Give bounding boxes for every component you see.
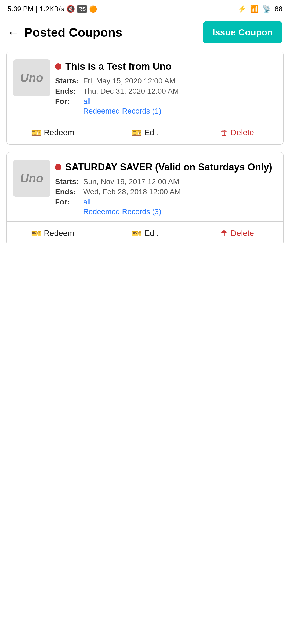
redeemed-records-link[interactable]: Redeemed Records (3) <box>83 207 277 216</box>
redeem-icon: 🎫 <box>31 128 41 137</box>
for-label: For: <box>55 198 79 206</box>
ends-label: Ends: <box>55 188 79 196</box>
coupon-info: Uno SATURDAY SAVER (Valid on Saturdays O… <box>7 152 283 221</box>
page-title: Posted Coupons <box>24 25 122 40</box>
edit-icon: 🎫 <box>132 229 142 238</box>
for-all-link[interactable]: all <box>83 97 277 106</box>
coupon-meta: Starts: Fri, May 15, 2020 12:00 AM Ends:… <box>55 77 277 115</box>
wifi-icon: 📡 <box>262 5 271 13</box>
for-label: For: <box>55 97 79 106</box>
status-left: 5:39 PM | 1.2KB/s 🔇 RS 🟠 <box>8 5 97 13</box>
coupon-info: Uno This is a Test from Uno Starts: Fri,… <box>7 52 283 121</box>
edit-label: Edit <box>144 229 158 238</box>
redeem-label: Redeem <box>44 229 74 238</box>
delete-button[interactable]: 🗑 Delete <box>191 121 283 144</box>
active-status-dot <box>55 164 61 170</box>
coupon-title: SATURDAY SAVER (Valid on Saturdays Only) <box>65 161 272 174</box>
coupon-details: SATURDAY SAVER (Valid on Saturdays Only)… <box>55 160 277 216</box>
active-status-dot <box>55 63 61 70</box>
starts-value: Sun, Nov 19, 2017 12:00 AM <box>83 177 277 186</box>
coupon-details: This is a Test from Uno Starts: Fri, May… <box>55 59 277 115</box>
signal-icon: 📶 <box>250 5 259 13</box>
redeem-icon: 🎫 <box>31 229 41 238</box>
coupon-logo: Uno <box>13 160 50 197</box>
trash-icon: 🗑 <box>220 128 228 137</box>
starts-label: Starts: <box>55 177 79 186</box>
coupon-actions: 🎫 Redeem 🎫 Edit 🗑 Delete <box>7 121 283 144</box>
rs-icon: RS <box>77 5 87 13</box>
edit-button[interactable]: 🎫 Edit <box>99 222 191 245</box>
ends-value: Wed, Feb 28, 2018 12:00 AM <box>83 188 277 196</box>
redeem-label: Redeem <box>44 128 74 137</box>
coupon-logo: Uno <box>13 59 50 96</box>
delete-label: Delete <box>231 229 254 238</box>
battery-icon: 88 <box>275 5 282 13</box>
back-button[interactable]: ← <box>8 27 19 38</box>
ends-label: Ends: <box>55 87 79 96</box>
coupon-title-row: This is a Test from Uno <box>55 60 277 73</box>
edit-label: Edit <box>144 128 158 137</box>
coupon-meta: Starts: Sun, Nov 19, 2017 12:00 AM Ends:… <box>55 177 277 216</box>
coupon-title: This is a Test from Uno <box>65 60 171 73</box>
issue-coupon-button[interactable]: Issue Coupon <box>203 21 282 43</box>
status-right: ⚡ 📶 📡 88 <box>238 5 282 13</box>
for-all-link[interactable]: all <box>83 198 277 206</box>
coupon-actions: 🎫 Redeem 🎫 Edit 🗑 Delete <box>7 221 283 245</box>
coupon-title-row: SATURDAY SAVER (Valid on Saturdays Only) <box>55 161 277 174</box>
trash-icon: 🗑 <box>220 229 228 238</box>
starts-value: Fri, May 15, 2020 12:00 AM <box>83 77 277 85</box>
network-speed-value: 1.2KB/s <box>40 5 64 13</box>
ends-value: Thu, Dec 31, 2020 12:00 AM <box>83 87 277 96</box>
for-values: all Redeemed Records (1) <box>83 97 277 115</box>
page-header: ← Posted Coupons Issue Coupon <box>0 16 290 49</box>
starts-label: Starts: <box>55 77 79 85</box>
edit-button[interactable]: 🎫 Edit <box>99 121 191 144</box>
network-speed: | <box>36 5 38 13</box>
mute-icon: 🔇 <box>66 5 75 13</box>
redeem-button[interactable]: 🎫 Redeem <box>7 121 99 144</box>
bluetooth-icon: ⚡ <box>238 5 246 13</box>
coupon-card: Uno This is a Test from Uno Starts: Fri,… <box>6 52 284 145</box>
coupons-list: Uno This is a Test from Uno Starts: Fri,… <box>0 49 290 248</box>
edit-icon: 🎫 <box>132 128 142 137</box>
header-left: ← Posted Coupons <box>8 25 122 40</box>
status-bar: 5:39 PM | 1.2KB/s 🔇 RS 🟠 ⚡ 📶 📡 88 <box>0 0 290 16</box>
coupon-card: Uno SATURDAY SAVER (Valid on Saturdays O… <box>6 152 284 245</box>
coupon-header: Uno This is a Test from Uno Starts: Fri,… <box>13 59 277 115</box>
delete-label: Delete <box>231 128 254 137</box>
app-icon: 🟠 <box>89 5 97 13</box>
delete-button[interactable]: 🗑 Delete <box>191 222 283 245</box>
redeemed-records-link[interactable]: Redeemed Records (1) <box>83 107 277 115</box>
coupon-header: Uno SATURDAY SAVER (Valid on Saturdays O… <box>13 160 277 216</box>
redeem-button[interactable]: 🎫 Redeem <box>7 222 99 245</box>
for-values: all Redeemed Records (3) <box>83 198 277 216</box>
time: 5:39 PM <box>8 5 34 13</box>
